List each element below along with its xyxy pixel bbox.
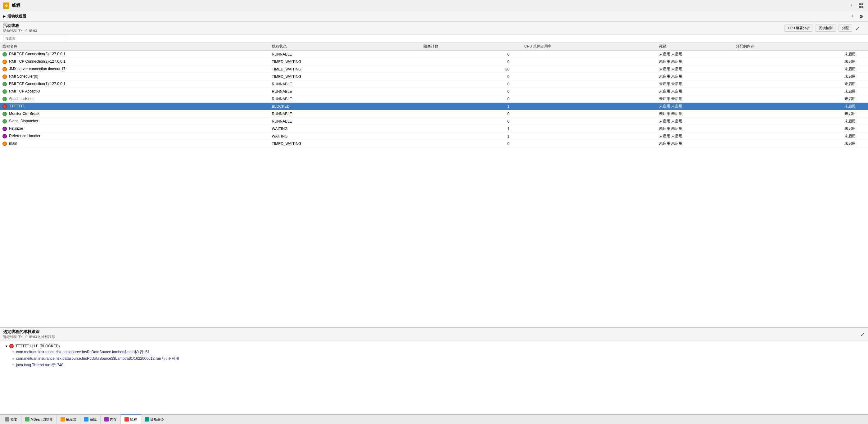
table-row[interactable]: Signal Dispatcher RUNNABLE 0 未启用 未启用 未启用 bbox=[0, 118, 868, 125]
table-row[interactable]: Attach Listener RUNNABLE 0 未启用 未启用 未启用 bbox=[0, 95, 868, 103]
thread-deadlock-cell: 未启用 未启用 bbox=[657, 110, 734, 118]
thread-cpu-cell bbox=[522, 88, 657, 95]
table-row[interactable]: JMX server connection timeout 17 TIMED_W… bbox=[0, 65, 868, 73]
thread-table-wrapper: 线程名称 线程状态 阻塞计数 CPU 总体占用率 死锁 分配的内存 RMI TC… bbox=[0, 42, 868, 327]
thread-name-cell: RMI TCP Connection(2)-127.0.0.1 bbox=[0, 58, 270, 65]
thread-deadlock-cell: 未启用 未启用 bbox=[657, 51, 734, 58]
thread-icon bbox=[124, 417, 129, 422]
tab-系统[interactable]: 系统 bbox=[81, 415, 101, 424]
thread-block-cell: 30 bbox=[421, 65, 522, 73]
cpu-profile-button[interactable]: CPU 概要分析 bbox=[784, 25, 813, 32]
table-row[interactable]: RMI TCP Connection(2)-127.0.0.1 TIMED_WA… bbox=[0, 58, 868, 65]
thread-table: 线程名称 线程状态 阻塞计数 CPU 总体占用率 死锁 分配的内存 RMI TC… bbox=[0, 42, 868, 148]
table-row[interactable]: RMI TCP Accept-0 RUNNABLE 0 未启用 未启用 未启用 bbox=[0, 88, 868, 95]
thread-memory-cell: 未启用 bbox=[733, 88, 868, 95]
top-buttons: CPU 概要分析 死锁检测 分配 bbox=[784, 25, 852, 32]
thread-state-cell: WAITING bbox=[270, 133, 421, 140]
table-row[interactable]: RMI TCP Connection(1)-127.0.0.1 RUNNABLE… bbox=[0, 80, 868, 88]
active-threads-title: 活动线程 bbox=[3, 23, 37, 29]
col-header-name[interactable]: 线程名称 bbox=[0, 42, 270, 51]
grid-icon[interactable] bbox=[858, 2, 865, 9]
memory-icon bbox=[104, 417, 108, 422]
thread-name-cell: Attach Listener bbox=[0, 95, 270, 103]
table-header-row: 线程名称 线程状态 阻塞计数 CPU 总体占用率 死锁 分配的内存 bbox=[0, 42, 868, 51]
diag-icon bbox=[145, 417, 149, 422]
collapse-stack-icon[interactable]: ⤢ bbox=[860, 331, 865, 338]
thread-deadlock-cell: 未启用 未启用 bbox=[657, 118, 734, 125]
thread-deadlock-cell: 未启用 未启用 bbox=[657, 80, 734, 88]
search-input[interactable] bbox=[3, 36, 65, 41]
col-header-memory[interactable]: 分配的内存 bbox=[733, 42, 868, 51]
thread-state-cell: RUNNABLE bbox=[270, 51, 421, 58]
thread-state-cell: RUNNABLE bbox=[270, 110, 421, 118]
table-row[interactable]: Reference Handler WAITING 1 未启用 未启用 未启用 bbox=[0, 133, 868, 140]
thread-cpu-cell bbox=[522, 125, 657, 133]
table-row[interactable]: RMI Scheduler(0) TIMED_WAITING 0 未启用 未启用… bbox=[0, 73, 868, 80]
col-header-deadlock[interactable]: 死锁 bbox=[657, 42, 734, 51]
thread-block-cell: 0 bbox=[421, 51, 522, 58]
collapse-panel-icon[interactable]: ⤢ bbox=[855, 25, 860, 32]
thread-status-icon bbox=[2, 141, 7, 146]
tab-MBean-浏览器[interactable]: MBean 浏览器 bbox=[22, 415, 57, 424]
table-row[interactable]: TTTTTT1 BLOCKED 1 未启用 未启用 未启用 bbox=[0, 103, 868, 110]
add-thread-icon[interactable]: + bbox=[849, 13, 856, 20]
deadlock-button[interactable]: 死锁检测 bbox=[815, 25, 836, 32]
tab-线程[interactable]: 线程 bbox=[121, 414, 141, 424]
stack-thread-entry[interactable]: ▼ TTTTTT1 [11] (BLOCKED) bbox=[5, 343, 863, 349]
page-title: 线程 bbox=[12, 3, 847, 8]
table-row[interactable]: Finalizer WAITING 1 未启用 未启用 未启用 bbox=[0, 125, 868, 133]
table-row[interactable]: main TIMED_WAITING 0 未启用 未启用 未启用 bbox=[0, 140, 868, 148]
settings-icon[interactable]: ⚙ bbox=[858, 13, 865, 20]
thread-status-icon bbox=[2, 112, 7, 116]
col-header-block[interactable]: 阻塞计数 bbox=[421, 42, 522, 51]
stack-frame: ≡ com.meituan.insurance.risk.datasource.… bbox=[12, 355, 863, 362]
table-row[interactable]: Monitor Ctrl-Break RUNNABLE 0 未启用 未启用 未启… bbox=[0, 110, 868, 118]
thread-deadlock-cell: 未启用 未启用 bbox=[657, 73, 734, 80]
thread-state-cell: TIMED_WAITING bbox=[270, 140, 421, 148]
search-bar bbox=[0, 35, 868, 42]
stack-frame-icon: ≡ bbox=[12, 357, 14, 360]
add-icon[interactable]: + bbox=[847, 2, 855, 9]
thread-memory-cell: 未启用 bbox=[733, 65, 868, 73]
header-right-area: CPU 概要分析 死锁检测 分配 ⤢ bbox=[784, 25, 865, 32]
thread-name-cell: Signal Dispatcher bbox=[0, 118, 270, 125]
thread-status-icon bbox=[2, 97, 7, 101]
thread-memory-cell: 未启用 bbox=[733, 58, 868, 65]
thread-deadlock-cell: 未启用 未启用 bbox=[657, 140, 734, 148]
thread-status-icon bbox=[2, 67, 7, 71]
tab-触发器[interactable]: 触发器 bbox=[57, 415, 81, 424]
tab-label: 系统 bbox=[90, 417, 97, 422]
tab-内存[interactable]: 内存 bbox=[101, 415, 121, 424]
thread-cpu-cell bbox=[522, 133, 657, 140]
svg-rect-3 bbox=[862, 3, 863, 5]
thread-block-cell: 1 bbox=[421, 125, 522, 133]
col-header-cpu[interactable]: CPU 总体占用率 bbox=[522, 42, 657, 51]
col-header-state[interactable]: 线程状态 bbox=[270, 42, 421, 51]
thread-cpu-cell bbox=[522, 80, 657, 88]
thread-state-cell: RUNNABLE bbox=[270, 95, 421, 103]
thread-memory-cell: 未启用 bbox=[733, 103, 868, 110]
tab-诊断命令[interactable]: 诊断命令 bbox=[141, 415, 168, 424]
table-row[interactable]: RMI TCP Connection(3)-127.0.0.1 RUNNABLE… bbox=[0, 51, 868, 58]
thread-status-icon bbox=[2, 134, 7, 138]
app-icon: ⚙ bbox=[3, 2, 9, 9]
title-bar-actions: + bbox=[847, 2, 865, 9]
stack-frame-text: com.meituan.insurance.risk.datasource.In… bbox=[16, 356, 179, 361]
stack-toggle-icon: ▼ bbox=[5, 345, 8, 348]
thread-status-icon bbox=[2, 119, 7, 124]
activity-chart-toggle[interactable]: ▶ 活动线程图 bbox=[3, 14, 26, 19]
tab-概要[interactable]: 概要 bbox=[1, 415, 22, 424]
thread-memory-cell: 未启用 bbox=[733, 73, 868, 80]
thread-cpu-cell bbox=[522, 118, 657, 125]
thread-memory-cell: 未启用 bbox=[733, 118, 868, 125]
thread-status-icon bbox=[2, 52, 7, 57]
config-button[interactable]: 分配 bbox=[838, 25, 852, 32]
thread-memory-cell: 未启用 bbox=[733, 80, 868, 88]
thread-state-cell: TIMED_WAITING bbox=[270, 65, 421, 73]
svg-rect-5 bbox=[862, 6, 863, 8]
active-threads-panel-header: 活动线程 活动线程 下午 9:15:03 CPU 概要分析 死锁检测 分配 ⤢ bbox=[0, 22, 868, 35]
thread-deadlock-cell: 未启用 未启用 bbox=[657, 133, 734, 140]
thread-block-cell: 0 bbox=[421, 118, 522, 125]
system-icon bbox=[84, 417, 89, 422]
thread-block-cell: 0 bbox=[421, 95, 522, 103]
